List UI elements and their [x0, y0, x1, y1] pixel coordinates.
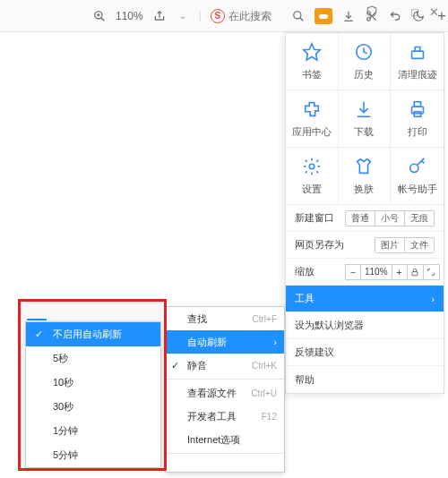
- zoom-fullscreen-icon[interactable]: [424, 264, 440, 280]
- background-tabstrip: [18, 301, 161, 322]
- ss-label: 1分钟: [53, 424, 78, 438]
- ss-label: 5分钟: [53, 448, 78, 462]
- grid-skin[interactable]: 换肤: [339, 148, 392, 205]
- share-icon[interactable]: [152, 9, 167, 23]
- grid-label: 设置: [302, 183, 322, 196]
- svg-rect-20: [414, 102, 420, 107]
- row-label: 帮助: [295, 373, 314, 387]
- newwin-small[interactable]: 小号: [375, 210, 405, 226]
- zoom-lock-icon[interactable]: [408, 264, 424, 280]
- svg-rect-6: [319, 14, 328, 19]
- download-icon[interactable]: [341, 9, 356, 23]
- bg-tab-1: [27, 303, 47, 320]
- sogou-icon: S: [211, 9, 225, 23]
- search-input[interactable]: [228, 10, 282, 22]
- puzzle-icon: [301, 98, 323, 120]
- printer-icon: [407, 98, 428, 120]
- sm-find[interactable]: 查找 Ctrl+F: [166, 307, 284, 330]
- sm-devtools[interactable]: 开发者工具 F12: [166, 405, 284, 428]
- grid-settings[interactable]: 设置: [286, 148, 339, 205]
- maximize-icon[interactable]: □: [411, 5, 418, 21]
- key-icon: [407, 156, 428, 177]
- svg-point-22: [309, 164, 314, 169]
- zoom-plus[interactable]: +: [392, 264, 408, 280]
- refresh-interval-menu: ✓ 不启用自动刷新 5秒 10秒 30秒 1分钟 5分钟: [25, 321, 161, 468]
- grid-account[interactable]: 帐号助手: [391, 148, 444, 205]
- sm-label: Internet选项: [187, 433, 240, 447]
- row-label: 工具: [295, 292, 314, 305]
- gamepad-icon[interactable]: [314, 8, 332, 24]
- grid-clear[interactable]: 清理痕迹: [391, 33, 444, 90]
- ss-label: 不启用自动刷新: [53, 328, 122, 341]
- svg-rect-24: [412, 271, 418, 275]
- ss-disable[interactable]: ✓ 不启用自动刷新: [26, 322, 160, 346]
- row-label: 新建窗口: [295, 211, 345, 225]
- ss-5m[interactable]: 5分钟: [26, 443, 160, 467]
- zoom-glass-icon[interactable]: [92, 9, 107, 23]
- grid-history[interactable]: 历史: [339, 33, 392, 90]
- grid-label: 帐号助手: [398, 183, 437, 196]
- svg-marker-15: [304, 44, 320, 60]
- chevron-right-icon: ›: [431, 294, 435, 304]
- sm-label: 静音: [187, 359, 207, 372]
- sm-view-source[interactable]: 查看源文件 Ctrl+U: [166, 381, 284, 405]
- shield-icon[interactable]: [366, 5, 378, 21]
- row-save-as: 网页另存为 图片 文件: [286, 232, 444, 259]
- row-label: 网页另存为: [295, 238, 345, 252]
- check-icon: ✓: [171, 360, 179, 371]
- search-box[interactable]: S: [211, 9, 282, 23]
- row-feedback[interactable]: 反馈建议: [286, 339, 444, 366]
- gear-icon: [301, 156, 323, 177]
- sm-internet-options[interactable]: Internet选项: [166, 428, 284, 451]
- row-help[interactable]: 帮助: [286, 366, 444, 393]
- saveas-image[interactable]: 图片: [375, 237, 405, 253]
- download-icon: [353, 98, 375, 120]
- zoom-readout: 110%: [116, 10, 143, 22]
- grid-label: 下载: [354, 125, 374, 139]
- ss-10s[interactable]: 10秒: [26, 371, 160, 395]
- row-label: 反馈建议: [295, 346, 334, 359]
- grid-download[interactable]: 下载: [339, 90, 392, 148]
- ss-30s[interactable]: 30秒: [26, 395, 160, 419]
- svg-rect-17: [411, 51, 423, 58]
- search-icon[interactable]: [291, 9, 306, 23]
- saveas-file[interactable]: 文件: [405, 237, 435, 253]
- check-icon: ✓: [35, 329, 43, 340]
- newwin-normal[interactable]: 普通: [345, 210, 375, 226]
- row-default-browser[interactable]: 设为默认浏览器: [286, 312, 444, 339]
- grid-print[interactable]: 打印: [391, 90, 444, 148]
- ss-5s[interactable]: 5秒: [26, 346, 160, 371]
- shirt-icon: [353, 156, 375, 177]
- row-new-window: 新建窗口 普通 小号 无痕: [286, 205, 444, 232]
- newwin-incognito[interactable]: 无痕: [405, 210, 435, 226]
- sm-shortcut: Ctrl+F: [253, 314, 278, 324]
- bg-tab-2: [57, 304, 77, 318]
- row-tools[interactable]: 工具 ›: [286, 286, 444, 312]
- sm-hidden: [166, 456, 284, 472]
- main-menu-panel: 书签 历史 清理痕迹 应用中心 下载 打印 设置 换肤: [285, 32, 444, 394]
- sm-label: 查看源文件: [187, 387, 237, 400]
- separator: [166, 453, 284, 454]
- ss-label: 5秒: [53, 352, 68, 365]
- row-zoom: 缩放 − 110% +: [286, 259, 444, 286]
- sm-shortcut: F12: [262, 412, 277, 422]
- grid-label: 书签: [302, 68, 322, 81]
- row-label: 设为默认浏览器: [295, 319, 364, 332]
- sm-auto-refresh[interactable]: 自动刷新 ›: [166, 330, 284, 354]
- chevron-right-icon: ›: [273, 337, 277, 347]
- minimize-icon[interactable]: －: [389, 5, 401, 21]
- ss-1m[interactable]: 1分钟: [26, 419, 160, 443]
- grid-label: 清理痕迹: [398, 68, 437, 81]
- chevron-down-icon[interactable]: ⌄: [176, 9, 190, 23]
- star-icon: [301, 41, 323, 63]
- grid-label: 换肤: [354, 183, 374, 196]
- sm-label: 自动刷新: [187, 336, 227, 349]
- close-icon[interactable]: ✕: [429, 5, 439, 21]
- svg-point-23: [409, 164, 418, 172]
- grid-appcenter[interactable]: 应用中心: [286, 90, 339, 148]
- sm-shortcut: Ctrl+U: [251, 388, 277, 398]
- sm-mute[interactable]: ✓ 静音 Ctrl+K: [166, 354, 284, 377]
- zoom-minus[interactable]: −: [345, 264, 361, 280]
- grid-bookmarks[interactable]: 书签: [286, 33, 339, 90]
- svg-point-4: [294, 11, 301, 18]
